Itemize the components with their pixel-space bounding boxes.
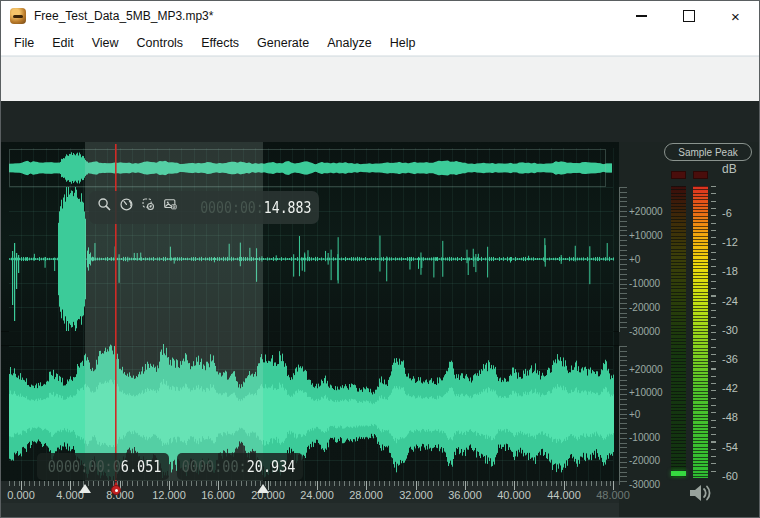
selection-end-handle[interactable]	[257, 484, 269, 493]
app-icon	[10, 8, 26, 24]
meter-db-label: -24	[722, 295, 738, 307]
amplitude-label-ch2: +0	[629, 409, 640, 420]
menu-view[interactable]: View	[83, 31, 128, 55]
snapshot-icon[interactable]	[163, 197, 178, 219]
transport-toolbar: i 44.1 kHz stereo -0000:00:08.819	[1, 56, 759, 102]
timeline-label: 44.000	[547, 489, 581, 501]
level-meter-left	[671, 186, 686, 478]
app-window: Free_Test_Data_5MB_MP3.mp3* × File Edit …	[0, 0, 760, 518]
timeline-label: 40.000	[497, 489, 531, 501]
amplitude-label-ch2: -10000	[629, 432, 660, 443]
menu-file[interactable]: File	[5, 31, 43, 55]
menu-edit[interactable]: Edit	[43, 31, 83, 55]
menu-controls[interactable]: Controls	[128, 31, 193, 55]
amplitude-ruler-ch2	[619, 346, 627, 485]
close-icon: ×	[731, 9, 740, 24]
timeline-ruler[interactable]: 0.0004.0008.00012.00016.00020.00024.0002…	[1, 481, 619, 503]
timeline-label: 12.000	[152, 489, 186, 501]
meter-db-label: -48	[722, 411, 738, 423]
volume-icon[interactable]	[687, 484, 715, 506]
minimize-icon	[636, 15, 647, 17]
edit-toolbar	[1, 101, 759, 142]
maximize-button[interactable]	[665, 1, 712, 31]
meter-db-label: -12	[722, 236, 738, 248]
amplitude-label-ch2: +10000	[629, 387, 663, 398]
selection-length-display: 0000:00:14.883	[200, 199, 311, 217]
maximize-icon	[683, 10, 695, 22]
window-title: Free_Test_Data_5MB_MP3.mp3*	[34, 9, 213, 23]
amplitude-label-ch1: -10000	[629, 278, 660, 289]
close-button[interactable]: ×	[712, 1, 759, 31]
timeline-label: 32.000	[399, 489, 433, 501]
title-bar: Free_Test_Data_5MB_MP3.mp3* ×	[1, 1, 759, 31]
gain-knob-icon[interactable]	[119, 197, 134, 219]
menu-generate[interactable]: Generate	[248, 31, 318, 55]
bottom-strip	[1, 503, 619, 518]
meter-mode-label: Sample Peak	[678, 147, 737, 158]
timeline-label: 0.000	[7, 489, 35, 501]
meter-db-label: -6	[722, 207, 732, 219]
meter-db-label: -36	[722, 353, 738, 365]
zoom-selection-icon[interactable]	[97, 197, 112, 219]
selection-start-display: 0000:00:06.051	[37, 453, 169, 480]
meter-db-label: -30	[722, 324, 738, 336]
meter-db-label: -54	[722, 441, 738, 453]
level-meter-right	[693, 186, 708, 478]
meter-db-label: -60	[722, 470, 738, 482]
amplitude-label-ch2: -20000	[629, 455, 660, 466]
amplitude-ruler-ch1	[619, 187, 627, 332]
clip-indicator-left	[671, 171, 686, 179]
selection-toolbar: 0000:00:14.883	[89, 191, 319, 224]
timeline-label: 48.000	[596, 489, 630, 501]
meter-mode-button[interactable]: Sample Peak	[664, 143, 752, 161]
amplitude-label-ch1: -30000	[629, 326, 660, 337]
amplitude-label-ch1: +0	[629, 254, 640, 265]
amplitude-label-ch1: +10000	[629, 230, 663, 241]
clip-indicator-right	[693, 171, 708, 179]
meter-db-label: -42	[722, 382, 738, 394]
menu-analyze[interactable]: Analyze	[318, 31, 380, 55]
timeline-label: 16.000	[201, 489, 235, 501]
timeline-label: 28.000	[349, 489, 383, 501]
timeline-label: 36.000	[448, 489, 482, 501]
selection-start-handle[interactable]	[79, 484, 91, 493]
playhead-marker[interactable]	[111, 482, 121, 496]
menu-effects[interactable]: Effects	[192, 31, 248, 55]
minimize-button[interactable]	[618, 1, 665, 31]
ruler-minor-ticks	[9, 481, 613, 486]
paste-special-icon[interactable]	[141, 197, 156, 219]
menu-help[interactable]: Help	[381, 31, 425, 55]
selection-end-display: 0000:00:20.934	[177, 453, 303, 480]
amplitude-label-ch1: -20000	[629, 302, 660, 313]
timeline-label: 24.000	[300, 489, 334, 501]
meter-db-label: -18	[722, 265, 738, 277]
amplitude-label-ch2: +20000	[629, 364, 663, 375]
meter-unit-label: dB	[722, 162, 737, 176]
meter-scale-ticks	[711, 186, 716, 478]
amplitude-label-ch1: +20000	[629, 206, 663, 217]
amplitude-label-ch2: -30000	[629, 479, 660, 490]
menu-bar: File Edit View Controls Effects Generate…	[1, 31, 759, 56]
